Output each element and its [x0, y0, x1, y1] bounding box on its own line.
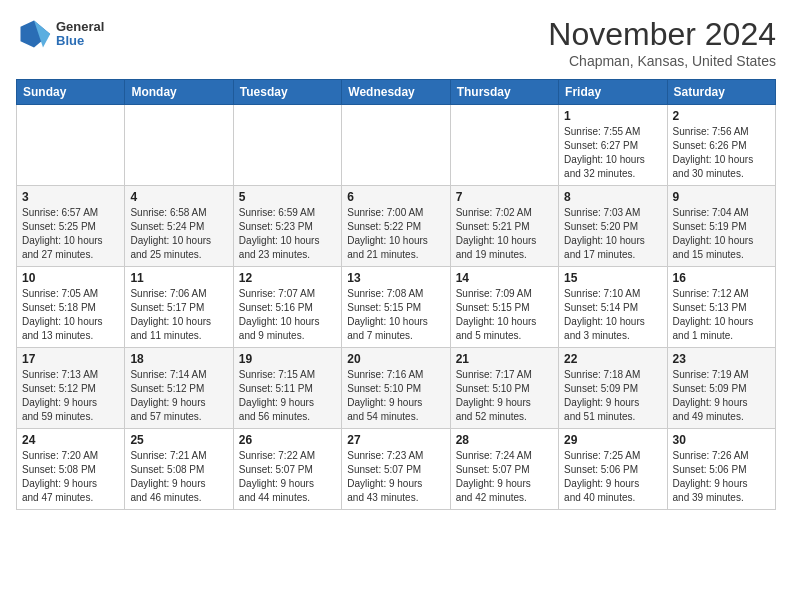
day-info: Sunrise: 7:18 AMSunset: 5:09 PMDaylight:…: [564, 368, 661, 424]
day-info: Sunrise: 7:15 AMSunset: 5:11 PMDaylight:…: [239, 368, 336, 424]
day-number: 27: [347, 433, 444, 447]
title-area: November 2024 Chapman, Kansas, United St…: [548, 16, 776, 69]
calendar-cell: [17, 105, 125, 186]
calendar-cell: 10Sunrise: 7:05 AMSunset: 5:18 PMDayligh…: [17, 267, 125, 348]
page-header: General Blue November 2024 Chapman, Kans…: [16, 16, 776, 69]
calendar-cell: 11Sunrise: 7:06 AMSunset: 5:17 PMDayligh…: [125, 267, 233, 348]
day-info: Sunrise: 7:07 AMSunset: 5:16 PMDaylight:…: [239, 287, 336, 343]
calendar-cell: [450, 105, 558, 186]
location: Chapman, Kansas, United States: [548, 53, 776, 69]
day-number: 12: [239, 271, 336, 285]
day-info: Sunrise: 7:05 AMSunset: 5:18 PMDaylight:…: [22, 287, 119, 343]
day-number: 24: [22, 433, 119, 447]
day-number: 16: [673, 271, 770, 285]
logo-text: General Blue: [56, 20, 104, 49]
calendar-cell: 19Sunrise: 7:15 AMSunset: 5:11 PMDayligh…: [233, 348, 341, 429]
logo-icon: [16, 16, 52, 52]
day-number: 21: [456, 352, 553, 366]
day-info: Sunrise: 7:16 AMSunset: 5:10 PMDaylight:…: [347, 368, 444, 424]
calendar-cell: 26Sunrise: 7:22 AMSunset: 5:07 PMDayligh…: [233, 429, 341, 510]
day-number: 29: [564, 433, 661, 447]
day-info: Sunrise: 7:12 AMSunset: 5:13 PMDaylight:…: [673, 287, 770, 343]
weekday-header-row: SundayMondayTuesdayWednesdayThursdayFrid…: [17, 80, 776, 105]
day-info: Sunrise: 7:23 AMSunset: 5:07 PMDaylight:…: [347, 449, 444, 505]
day-info: Sunrise: 7:17 AMSunset: 5:10 PMDaylight:…: [456, 368, 553, 424]
calendar-cell: 17Sunrise: 7:13 AMSunset: 5:12 PMDayligh…: [17, 348, 125, 429]
calendar-table: SundayMondayTuesdayWednesdayThursdayFrid…: [16, 79, 776, 510]
calendar-cell: 30Sunrise: 7:26 AMSunset: 5:06 PMDayligh…: [667, 429, 775, 510]
calendar-cell: 20Sunrise: 7:16 AMSunset: 5:10 PMDayligh…: [342, 348, 450, 429]
weekday-header-wednesday: Wednesday: [342, 80, 450, 105]
day-number: 23: [673, 352, 770, 366]
calendar-cell: 6Sunrise: 7:00 AMSunset: 5:22 PMDaylight…: [342, 186, 450, 267]
day-number: 3: [22, 190, 119, 204]
day-number: 20: [347, 352, 444, 366]
day-info: Sunrise: 7:10 AMSunset: 5:14 PMDaylight:…: [564, 287, 661, 343]
calendar-week-4: 17Sunrise: 7:13 AMSunset: 5:12 PMDayligh…: [17, 348, 776, 429]
day-number: 4: [130, 190, 227, 204]
day-info: Sunrise: 7:08 AMSunset: 5:15 PMDaylight:…: [347, 287, 444, 343]
calendar-cell: 29Sunrise: 7:25 AMSunset: 5:06 PMDayligh…: [559, 429, 667, 510]
day-number: 30: [673, 433, 770, 447]
calendar-cell: 7Sunrise: 7:02 AMSunset: 5:21 PMDaylight…: [450, 186, 558, 267]
calendar-cell: 25Sunrise: 7:21 AMSunset: 5:08 PMDayligh…: [125, 429, 233, 510]
weekday-header-monday: Monday: [125, 80, 233, 105]
day-info: Sunrise: 7:14 AMSunset: 5:12 PMDaylight:…: [130, 368, 227, 424]
day-number: 8: [564, 190, 661, 204]
day-info: Sunrise: 7:02 AMSunset: 5:21 PMDaylight:…: [456, 206, 553, 262]
day-number: 10: [22, 271, 119, 285]
day-number: 26: [239, 433, 336, 447]
calendar-cell: 5Sunrise: 6:59 AMSunset: 5:23 PMDaylight…: [233, 186, 341, 267]
day-info: Sunrise: 7:56 AMSunset: 6:26 PMDaylight:…: [673, 125, 770, 181]
calendar-cell: 23Sunrise: 7:19 AMSunset: 5:09 PMDayligh…: [667, 348, 775, 429]
calendar-week-3: 10Sunrise: 7:05 AMSunset: 5:18 PMDayligh…: [17, 267, 776, 348]
weekday-header-thursday: Thursday: [450, 80, 558, 105]
day-info: Sunrise: 7:06 AMSunset: 5:17 PMDaylight:…: [130, 287, 227, 343]
day-number: 15: [564, 271, 661, 285]
day-info: Sunrise: 7:13 AMSunset: 5:12 PMDaylight:…: [22, 368, 119, 424]
day-number: 7: [456, 190, 553, 204]
logo: General Blue: [16, 16, 104, 52]
day-info: Sunrise: 7:24 AMSunset: 5:07 PMDaylight:…: [456, 449, 553, 505]
day-info: Sunrise: 6:59 AMSunset: 5:23 PMDaylight:…: [239, 206, 336, 262]
day-number: 19: [239, 352, 336, 366]
day-number: 17: [22, 352, 119, 366]
day-info: Sunrise: 7:03 AMSunset: 5:20 PMDaylight:…: [564, 206, 661, 262]
day-info: Sunrise: 6:57 AMSunset: 5:25 PMDaylight:…: [22, 206, 119, 262]
day-number: 11: [130, 271, 227, 285]
calendar-week-2: 3Sunrise: 6:57 AMSunset: 5:25 PMDaylight…: [17, 186, 776, 267]
day-number: 25: [130, 433, 227, 447]
logo-general-text: General: [56, 20, 104, 34]
calendar-cell: 4Sunrise: 6:58 AMSunset: 5:24 PMDaylight…: [125, 186, 233, 267]
day-number: 13: [347, 271, 444, 285]
day-number: 2: [673, 109, 770, 123]
weekday-header-tuesday: Tuesday: [233, 80, 341, 105]
day-info: Sunrise: 7:04 AMSunset: 5:19 PMDaylight:…: [673, 206, 770, 262]
day-info: Sunrise: 7:09 AMSunset: 5:15 PMDaylight:…: [456, 287, 553, 343]
calendar-cell: [233, 105, 341, 186]
day-info: Sunrise: 7:20 AMSunset: 5:08 PMDaylight:…: [22, 449, 119, 505]
day-number: 1: [564, 109, 661, 123]
calendar-cell: 13Sunrise: 7:08 AMSunset: 5:15 PMDayligh…: [342, 267, 450, 348]
day-info: Sunrise: 7:00 AMSunset: 5:22 PMDaylight:…: [347, 206, 444, 262]
weekday-header-saturday: Saturday: [667, 80, 775, 105]
calendar-cell: 8Sunrise: 7:03 AMSunset: 5:20 PMDaylight…: [559, 186, 667, 267]
day-info: Sunrise: 7:25 AMSunset: 5:06 PMDaylight:…: [564, 449, 661, 505]
day-info: Sunrise: 6:58 AMSunset: 5:24 PMDaylight:…: [130, 206, 227, 262]
day-info: Sunrise: 7:26 AMSunset: 5:06 PMDaylight:…: [673, 449, 770, 505]
day-info: Sunrise: 7:19 AMSunset: 5:09 PMDaylight:…: [673, 368, 770, 424]
day-info: Sunrise: 7:21 AMSunset: 5:08 PMDaylight:…: [130, 449, 227, 505]
calendar-cell: 24Sunrise: 7:20 AMSunset: 5:08 PMDayligh…: [17, 429, 125, 510]
calendar-cell: 28Sunrise: 7:24 AMSunset: 5:07 PMDayligh…: [450, 429, 558, 510]
calendar-cell: 27Sunrise: 7:23 AMSunset: 5:07 PMDayligh…: [342, 429, 450, 510]
calendar-cell: 18Sunrise: 7:14 AMSunset: 5:12 PMDayligh…: [125, 348, 233, 429]
calendar-week-5: 24Sunrise: 7:20 AMSunset: 5:08 PMDayligh…: [17, 429, 776, 510]
day-info: Sunrise: 7:55 AMSunset: 6:27 PMDaylight:…: [564, 125, 661, 181]
day-info: Sunrise: 7:22 AMSunset: 5:07 PMDaylight:…: [239, 449, 336, 505]
day-number: 6: [347, 190, 444, 204]
day-number: 18: [130, 352, 227, 366]
day-number: 28: [456, 433, 553, 447]
calendar-cell: 3Sunrise: 6:57 AMSunset: 5:25 PMDaylight…: [17, 186, 125, 267]
calendar-cell: 14Sunrise: 7:09 AMSunset: 5:15 PMDayligh…: [450, 267, 558, 348]
calendar-cell: 16Sunrise: 7:12 AMSunset: 5:13 PMDayligh…: [667, 267, 775, 348]
